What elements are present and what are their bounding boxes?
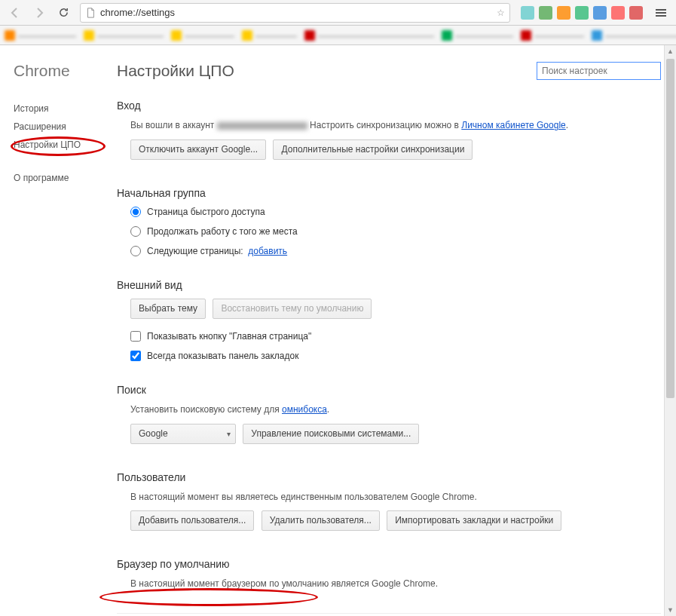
svg-rect-0 (656, 9, 666, 11)
section-startup: Начальная группа Страница быстрого досту… (117, 187, 661, 256)
extension-icons (516, 6, 647, 20)
back-button[interactable] (5, 3, 26, 23)
extension-icon[interactable] (539, 6, 552, 20)
section-title: Начальная группа (117, 187, 661, 199)
section-title: Внешний вид (117, 279, 661, 291)
checkbox-input[interactable] (130, 351, 141, 361)
sidebar-item-about[interactable]: О программе (14, 169, 117, 187)
scroll-up-icon[interactable]: ▲ (665, 45, 676, 57)
bookmark-item[interactable]: ———————— (84, 30, 164, 41)
reset-theme-button[interactable]: Восстановить тему по умолчанию (213, 299, 372, 319)
scroll-down-icon[interactable]: ▼ (665, 604, 676, 616)
bookmark-item[interactable]: ————— (242, 30, 297, 41)
bookmark-item[interactable]: —————————————— (304, 30, 434, 41)
omnibox-link[interactable]: омнибокса (282, 404, 327, 415)
radio-input[interactable] (130, 207, 141, 217)
settings-page: Chrome История Расширения Настройки ЦПО … (0, 45, 676, 616)
scrollbar[interactable]: ▲ ▼ (664, 45, 676, 616)
add-pages-link[interactable]: добавить (248, 246, 287, 256)
section-title: Поиск (117, 384, 661, 396)
settings-search-input[interactable] (537, 62, 661, 80)
bookmark-item[interactable]: ——————— (5, 30, 76, 41)
extension-icon[interactable] (575, 6, 589, 20)
choose-theme-button[interactable]: Выбрать тему (130, 299, 206, 319)
bookmark-star-icon[interactable]: ☆ (497, 8, 505, 18)
section-default-browser: Браузер по умолчанию В настоящий момент … (117, 558, 661, 590)
extension-icon[interactable] (629, 6, 643, 20)
section-search: Поиск Установить поисковую систему для о… (117, 384, 661, 449)
section-appearance: Внешний вид Выбрать тему Восстановить те… (117, 279, 661, 361)
sidebar-item-settings[interactable]: Настройки ЦПО (14, 136, 117, 154)
delete-user-button[interactable]: Удалить пользователя... (262, 510, 380, 531)
section-title: Браузер по умолчанию (117, 558, 661, 570)
show-home-checkbox-row[interactable]: Показывать кнопку "Главная страница" (130, 331, 661, 342)
google-dashboard-link[interactable]: Личном кабинете Google (461, 120, 565, 130)
extension-icon[interactable] (611, 6, 625, 20)
startup-option-pages[interactable]: Следующие страницы: добавить (130, 246, 661, 256)
search-text: Установить поисковую систему для омнибок… (130, 403, 661, 416)
svg-rect-2 (656, 15, 666, 17)
section-title: Вход (117, 100, 661, 112)
checkbox-input[interactable] (130, 331, 141, 342)
address-bar[interactable]: chrome://settings ☆ (80, 3, 510, 23)
content-header: Настройки ЦПО (117, 62, 661, 80)
page-title: Настройки ЦПО (117, 62, 234, 80)
startup-option-continue[interactable]: Продолжать работу с того же места (130, 226, 661, 237)
bookmark-item[interactable]: ———————————— (592, 30, 676, 41)
extension-icon[interactable] (593, 6, 607, 20)
import-bookmarks-button[interactable]: Импортировать закладки и настройки (387, 510, 561, 531)
section-login: Вход Вы вошли в аккаунт Настроить синхро… (117, 100, 661, 164)
users-text: В настоящий момент вы являетесь единстве… (130, 491, 661, 504)
bookmark-item[interactable]: —————— (521, 30, 584, 41)
redacted-account (217, 122, 307, 130)
extension-icon[interactable] (557, 6, 570, 20)
reload-button[interactable] (53, 3, 74, 23)
radio-input[interactable] (130, 246, 141, 256)
sidebar-item-extensions[interactable]: Расширения (14, 118, 117, 136)
manage-search-engines-button[interactable]: Управление поисковыми системами... (243, 424, 419, 444)
sidebar-title: Chrome (14, 62, 117, 80)
url-text: chrome://settings (100, 7, 497, 18)
default-browser-text: В настоящий момент браузером по умолчани… (130, 578, 661, 590)
section-users: Пользователи В настоящий момент вы являе… (117, 471, 661, 536)
page-icon (85, 8, 96, 18)
extension-icon[interactable] (521, 6, 534, 20)
sync-settings-button[interactable]: Дополнительные настройки синхронизации (273, 139, 473, 160)
startup-option-newtab[interactable]: Страница быстрого доступа (130, 207, 661, 217)
content: Настройки ЦПО Вход Вы вошли в аккаунт На… (117, 45, 676, 616)
forward-button[interactable] (29, 3, 50, 23)
menu-button[interactable] (650, 3, 671, 23)
sidebar: Chrome История Расширения Настройки ЦПО … (0, 45, 117, 616)
add-user-button[interactable]: Добавить пользователя... (130, 510, 254, 531)
divider (117, 613, 661, 614)
bookmark-item[interactable]: ——————— (442, 30, 513, 41)
svg-rect-1 (656, 12, 666, 14)
login-text: Вы вошли в аккаунт Настроить синхронизац… (130, 119, 661, 132)
search-engine-select[interactable]: Google (130, 424, 236, 444)
section-title: Пользователи (117, 471, 661, 483)
radio-input[interactable] (130, 226, 141, 237)
sidebar-item-history[interactable]: История (14, 100, 117, 118)
scroll-thumb[interactable] (666, 59, 674, 398)
browser-toolbar: chrome://settings ☆ (0, 0, 676, 26)
disconnect-account-button[interactable]: Отключить аккаунт Google... (130, 139, 266, 160)
show-bookmarks-checkbox-row[interactable]: Всегда показывать панель закладок (130, 351, 661, 361)
bookmark-bar: ——————— ———————— —————— ————— ——————————… (0, 26, 676, 45)
bookmark-item[interactable]: —————— (171, 30, 234, 41)
